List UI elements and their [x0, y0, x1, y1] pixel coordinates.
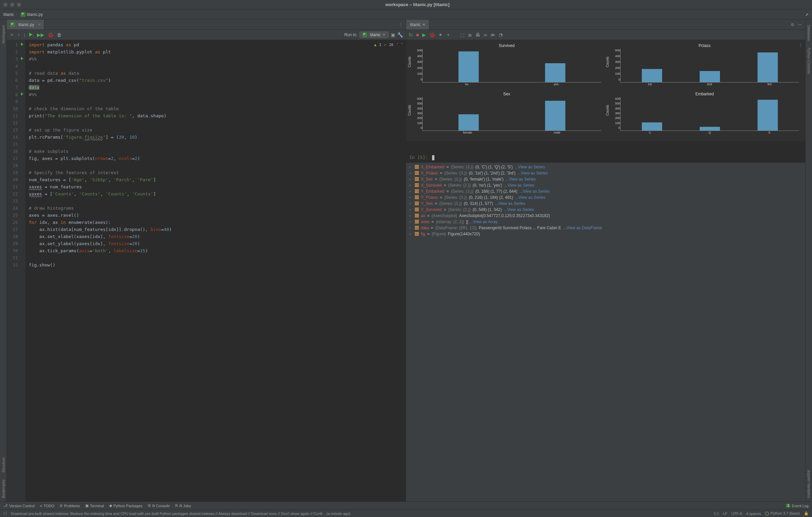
terminal-button[interactable]: ▣ Terminal — [85, 503, 104, 508]
variable-row[interactable]: › axes = {ndarray: (2, 2)} [[ ...View as… — [406, 219, 805, 225]
run-icon[interactable]: ▶ — [422, 32, 426, 38]
view-as-link[interactable]: ...View as Series — [504, 183, 534, 188]
zoom-window-icon[interactable] — [17, 3, 21, 7]
view-as-link[interactable]: ...View as Array — [470, 219, 498, 224]
run-gutter-icon[interactable] — [21, 57, 23, 60]
lock-icon[interactable]: 🔒 — [804, 511, 809, 516]
add-cell-icon[interactable]: ＋ — [9, 32, 14, 38]
variable-row[interactable]: › Y_Pclass = {Series: (3,)} (0, 216) (1,… — [406, 194, 805, 201]
variable-row[interactable]: › fig = {Figure} Figure(1440x720) — [406, 231, 805, 237]
view-as-link[interactable]: ...View as Series — [505, 177, 536, 182]
version-control-button[interactable]: ⎇ Version Control — [3, 503, 35, 508]
expand-icon[interactable]: › — [409, 177, 413, 182]
layout-icon-2[interactable]: ≣ — [468, 32, 472, 38]
event-log-button[interactable]: 1 Event Log — [786, 504, 809, 508]
move-up-icon[interactable]: ↑ — [18, 32, 20, 38]
breadcrumb-file[interactable]: titanic.py — [27, 12, 43, 17]
restart-kernel-icon[interactable]: ↻ — [409, 32, 413, 38]
variable-row[interactable]: › Y_Survived = {Series: (2,)} (0, 549) (… — [406, 207, 805, 213]
line-col-indicator[interactable]: 1:1 — [714, 512, 719, 516]
print-icon[interactable]: 🖶 — [475, 32, 480, 38]
console-output[interactable]: In [5]: — [406, 141, 805, 163]
expand-icon[interactable]: › — [409, 189, 413, 194]
bookmarks-tool-button[interactable]: Bookmarks — [1, 479, 5, 498]
problems-button[interactable]: ⊘ Problems — [60, 503, 80, 508]
expand-icon[interactable]: › — [409, 201, 413, 206]
editor-tab-titanic[interactable]: titanic.py × — [7, 20, 44, 29]
execute-in-console-icon[interactable]: ▣ — [391, 32, 395, 38]
indent-indicator[interactable]: 4 spaces — [746, 512, 761, 516]
view-as-link[interactable]: ...View as Series — [519, 189, 549, 194]
minimize-window-icon[interactable] — [10, 3, 14, 7]
soft-wrap-icon[interactable]: ∞ — [483, 32, 487, 38]
expand-icon[interactable]: › — [409, 226, 413, 230]
r-console-button[interactable]: ℝ R Console — [148, 503, 170, 508]
python-packages-button[interactable]: ◆ Python Packages — [109, 503, 142, 508]
open-externally-icon[interactable]: ⬈ — [805, 12, 809, 17]
r-jobs-button[interactable]: ℝ R Jobs — [175, 503, 191, 508]
expand-icon[interactable]: › — [409, 232, 413, 236]
workspace-tool-button[interactable]: Workspace — [1, 25, 5, 44]
interpreter-indicator[interactable]: Python 3.7 (base) — [765, 511, 800, 516]
close-tab-icon[interactable]: × — [38, 22, 41, 27]
encoding-indicator[interactable]: UTF-8 — [731, 512, 742, 516]
history-icon[interactable]: ◔ — [499, 32, 503, 38]
variable-row[interactable]: › data = {DataFrame: (891, 12)} Passenge… — [406, 225, 805, 231]
variable-row[interactable]: › Y_Embarked = {Series: (3,)} (0, 168) (… — [406, 188, 805, 194]
close-window-icon[interactable] — [3, 3, 7, 7]
expand-icon[interactable]: › — [409, 183, 413, 188]
gear-icon[interactable]: ⚙ — [791, 22, 794, 27]
view-as-link[interactable]: ...View as Series — [518, 171, 548, 175]
close-tab-icon[interactable]: × — [423, 22, 425, 27]
add-icon[interactable]: ＋ — [446, 32, 451, 38]
run-all-icon[interactable]: ▶▶ — [37, 32, 44, 38]
python-console-tool-button[interactable]: Python Console — [807, 48, 811, 74]
kernel-settings-icon[interactable]: ✶ — [438, 32, 443, 38]
expand-icon[interactable]: › — [409, 213, 413, 218]
delete-cell-icon[interactable]: 🗑 — [57, 32, 62, 38]
breadcrumb-project[interactable]: titanic — [3, 12, 14, 17]
expand-icon[interactable]: › — [409, 165, 413, 169]
variable-row[interactable]: › X_Survived = {Series: (2,)} (0, 'no') … — [406, 182, 805, 188]
view-as-link[interactable]: ...View as Series — [515, 195, 545, 200]
variable-row[interactable]: › X_Pclass = {Series: (3,)} (0, '1st') (… — [406, 170, 805, 176]
scroll-to-end-icon[interactable]: ≫ — [490, 32, 495, 38]
variable-row[interactable]: › ax = {AxesSubplot} AxesSubplot(0.54772… — [406, 213, 805, 219]
structure-tool-button[interactable]: Structure — [1, 457, 5, 473]
right-tab-titanic[interactable]: titanic × — [406, 20, 429, 29]
chevron-down-icon[interactable]: ˅ — [401, 41, 403, 48]
view-as-link[interactable]: ...View as DataFrame — [563, 226, 602, 230]
todo-button[interactable]: ≡ TODO — [40, 504, 54, 508]
view-as-link[interactable]: ...View as Series — [515, 165, 545, 169]
settings-wrench-icon[interactable]: 🔧 — [397, 32, 403, 38]
run-gutter-icon[interactable] — [21, 43, 23, 46]
minimize-panel-icon[interactable]: — — [798, 22, 802, 27]
variable-row[interactable]: › X_Sex = {Series: (2,)} (0, 'female') (… — [406, 176, 805, 182]
layout-icon-1[interactable]: ⬚ — [460, 32, 465, 38]
view-as-link[interactable]: ...View as Series — [504, 207, 534, 212]
code-text[interactable]: import pandas as pdimport matplotlib.pyp… — [25, 40, 406, 501]
status-message[interactable]: Download pre-built shared indexes: Reduc… — [11, 512, 351, 516]
debug-icon[interactable]: 🐞 — [429, 32, 435, 38]
editor-tab-menu-icon[interactable]: ⋮ — [396, 22, 406, 27]
chevron-up-icon[interactable]: ˄ — [396, 41, 398, 48]
status-tip-icon[interactable]: ☐ — [3, 511, 7, 516]
stop-kernel-icon[interactable]: ■ — [416, 32, 419, 38]
run-gutter-icon[interactable] — [21, 92, 23, 96]
database-tool-button[interactable]: Database — [807, 25, 811, 41]
expand-icon[interactable]: › — [409, 207, 413, 212]
variable-row[interactable]: › X_Embarked = {Series: (3,)} (0, 'C') (… — [406, 164, 805, 170]
expand-icon[interactable]: › — [409, 195, 413, 200]
view-as-link[interactable]: ...View as Series — [495, 201, 525, 206]
run-target-select[interactable]: titanic ▼ — [359, 31, 389, 38]
variable-row[interactable]: › Y_Sex = {Series: (2,)} (0, 314) (1, 57… — [406, 201, 805, 207]
run-cell-icon[interactable]: ▶I — [29, 31, 33, 38]
expand-icon[interactable]: › — [409, 171, 413, 175]
expand-icon[interactable]: › — [409, 219, 413, 224]
code-editor[interactable]: 1 2 3 4567 8 9101112 13141516 17181920 2… — [7, 40, 406, 501]
line-sep-indicator[interactable]: LF — [723, 512, 727, 516]
move-down-icon[interactable]: ↓ — [23, 32, 26, 38]
debug-cell-icon[interactable]: 🐞 — [48, 32, 53, 38]
jupyter-variables-tool-button[interactable]: Jupyter Variables — [807, 470, 811, 498]
inspection-banner[interactable]: ▲ 1 ✔ 16 ˄ ˅ — [374, 41, 403, 48]
